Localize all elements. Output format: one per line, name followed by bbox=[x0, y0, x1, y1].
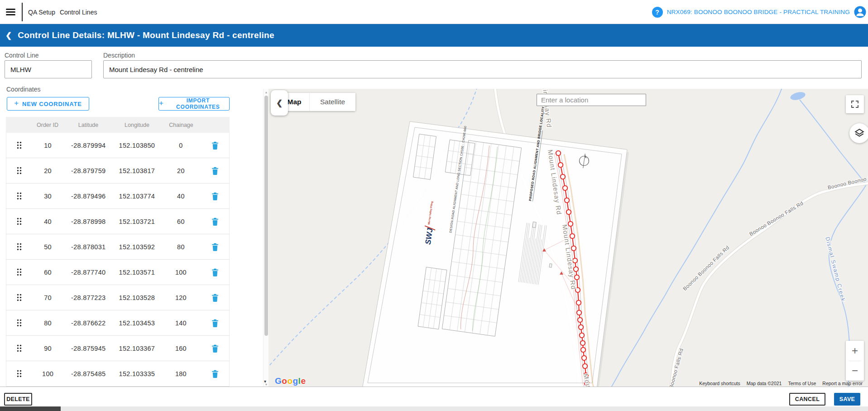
cell-chainage: 100 bbox=[161, 269, 201, 276]
delete-coordinate-button[interactable] bbox=[211, 369, 219, 378]
save-button[interactable]: SAVE bbox=[834, 393, 860, 406]
google-logo[interactable]: Google bbox=[275, 376, 306, 386]
zoom-out-button[interactable]: − bbox=[846, 361, 864, 381]
map-base-layer: Mount Lindesay Rd DESIGN ROAD ALIGNMENT … bbox=[269, 89, 868, 387]
delete-coordinate-button[interactable] bbox=[211, 242, 219, 251]
breadcrumb: QA Setup Control Lines bbox=[28, 0, 97, 24]
delete-coordinate-button[interactable] bbox=[211, 293, 219, 302]
drag-handle-icon[interactable] bbox=[17, 319, 22, 327]
drag-handle-icon[interactable] bbox=[17, 344, 22, 352]
cell-longitude: 152.103528 bbox=[113, 294, 161, 301]
trash-icon bbox=[211, 344, 219, 353]
cell-order-id: 20 bbox=[32, 167, 64, 174]
account-icon[interactable] bbox=[854, 6, 866, 18]
delete-coordinate-button[interactable] bbox=[211, 166, 219, 175]
cell-longitude: 152.103774 bbox=[113, 193, 161, 200]
zoom-in-button[interactable]: + bbox=[846, 341, 864, 361]
cell-order-id: 40 bbox=[32, 218, 64, 225]
cell-order-id: 60 bbox=[32, 269, 64, 276]
cell-latitude: -28.878031 bbox=[63, 243, 113, 251]
cell-chainage: 180 bbox=[161, 370, 201, 377]
cell-longitude: 152.103817 bbox=[113, 167, 161, 174]
satellite-tab[interactable]: Satellite bbox=[309, 93, 355, 111]
back-icon[interactable]: ❮ bbox=[5, 32, 12, 39]
table-row: 30-28.879496152.10377440 bbox=[6, 184, 230, 209]
cell-longitude: 152.103850 bbox=[113, 142, 161, 149]
new-coordinate-button[interactable]: + NEW COORDINATE bbox=[7, 97, 89, 111]
drag-handle-icon[interactable] bbox=[17, 192, 22, 200]
menu-icon[interactable] bbox=[6, 9, 15, 15]
delete-coordinate-button[interactable] bbox=[211, 268, 219, 277]
report-error-link[interactable]: Report a map error bbox=[822, 381, 863, 386]
table-row: 10-28.879994152.1038500 bbox=[6, 133, 230, 158]
horizontal-scrollbar[interactable] bbox=[0, 406, 868, 411]
cell-longitude: 152.103367 bbox=[113, 345, 161, 352]
description-input[interactable] bbox=[103, 60, 862, 78]
column-chainage: Chainage bbox=[161, 122, 201, 128]
control-line-input[interactable] bbox=[5, 60, 92, 78]
cell-order-id: 100 bbox=[32, 370, 64, 377]
drag-handle-icon[interactable] bbox=[17, 294, 22, 301]
cell-latitude: -28.875945 bbox=[63, 345, 113, 352]
delete-coordinate-button[interactable] bbox=[211, 344, 219, 353]
cell-chainage: 120 bbox=[161, 294, 201, 301]
trash-icon bbox=[211, 192, 219, 201]
cancel-button[interactable]: CANCEL bbox=[789, 393, 825, 406]
cell-order-id: 70 bbox=[32, 294, 64, 301]
cell-latitude: -28.876622 bbox=[63, 319, 113, 327]
delete-coordinate-button[interactable] bbox=[211, 141, 219, 150]
new-coordinate-label: NEW COORDINATE bbox=[22, 101, 82, 107]
table-row: 50-28.878031152.10359280 bbox=[6, 234, 230, 260]
import-coordinates-button[interactable]: + IMPORT COORDINATES bbox=[158, 97, 230, 111]
help-icon[interactable]: ? bbox=[652, 7, 663, 18]
cell-chainage: 0 bbox=[161, 142, 201, 149]
drag-handle-icon[interactable] bbox=[17, 218, 22, 225]
project-selector[interactable]: NRX069: BOONOO BOONOO BRIDGE - PRACTICAL… bbox=[667, 9, 850, 15]
coordinates-section-label: Coordinates bbox=[6, 86, 41, 93]
cell-order-id: 30 bbox=[32, 193, 64, 200]
breadcrumb-qa-setup[interactable]: QA Setup bbox=[28, 9, 55, 16]
delete-coordinate-button[interactable] bbox=[211, 192, 219, 201]
vertical-scroll-thumb[interactable] bbox=[264, 96, 268, 336]
breadcrumb-control-lines[interactable]: Control Lines bbox=[60, 9, 97, 16]
cell-order-id: 10 bbox=[32, 142, 64, 149]
layers-button[interactable] bbox=[849, 123, 868, 143]
google-dropdown-icon[interactable]: ▾ bbox=[264, 379, 266, 384]
map-data-label: Map data ©2021 bbox=[747, 381, 782, 386]
coordinates-table: Order ID Latitude Longitude Chainage 10-… bbox=[6, 117, 230, 387]
fullscreen-button[interactable] bbox=[846, 95, 864, 113]
cell-longitude: 152.103335 bbox=[113, 370, 161, 377]
trash-icon bbox=[211, 141, 219, 150]
delete-coordinate-button[interactable] bbox=[211, 319, 219, 328]
control-line-label: Control Line bbox=[5, 52, 39, 59]
chevron-left-icon: ❮ bbox=[276, 98, 283, 108]
scroll-up-icon[interactable]: ▲ bbox=[264, 89, 269, 95]
delete-button[interactable]: DELETE bbox=[4, 393, 32, 406]
map-canvas[interactable]: Mount Lindesay Rd DESIGN ROAD ALIGNMENT … bbox=[269, 89, 868, 387]
drag-handle-icon[interactable] bbox=[17, 243, 22, 251]
cell-latitude: -28.879994 bbox=[63, 142, 113, 149]
cell-latitude: -28.877223 bbox=[63, 294, 113, 301]
cell-chainage: 40 bbox=[161, 193, 201, 200]
top-app-bar: QA Setup Control Lines ? NRX069: BOONOO … bbox=[0, 0, 868, 24]
terms-link[interactable]: Terms of Use bbox=[788, 381, 816, 386]
keyboard-shortcuts-link[interactable]: Keyboard shortcuts bbox=[699, 381, 740, 386]
trash-icon bbox=[211, 268, 219, 277]
page-title: Control Line Details: MLHW - Mount Linde… bbox=[18, 30, 274, 40]
table-row: 100-28.875485152.103335180 bbox=[6, 361, 230, 387]
map-attribution: Keyboard shortcuts Map data ©2021 Terms … bbox=[699, 381, 863, 386]
collapse-panel-button[interactable]: ❮ bbox=[271, 90, 288, 116]
vertical-scrollbar[interactable]: ▲ ▼ bbox=[263, 89, 269, 387]
drag-handle-icon[interactable] bbox=[17, 167, 22, 174]
table-row: 40-28.878998152.10372160 bbox=[6, 209, 230, 234]
delete-coordinate-button[interactable] bbox=[211, 217, 219, 226]
location-search-input[interactable] bbox=[537, 94, 646, 106]
horizontal-scroll-thumb[interactable] bbox=[0, 406, 61, 411]
cell-order-id: 80 bbox=[32, 319, 64, 327]
drag-handle-icon[interactable] bbox=[17, 370, 22, 377]
cell-chainage: 160 bbox=[161, 345, 201, 352]
drag-handle-icon[interactable] bbox=[17, 268, 22, 276]
cell-latitude: -28.877740 bbox=[63, 269, 113, 276]
drag-handle-icon[interactable] bbox=[17, 141, 22, 149]
cell-longitude: 152.103571 bbox=[113, 269, 161, 276]
